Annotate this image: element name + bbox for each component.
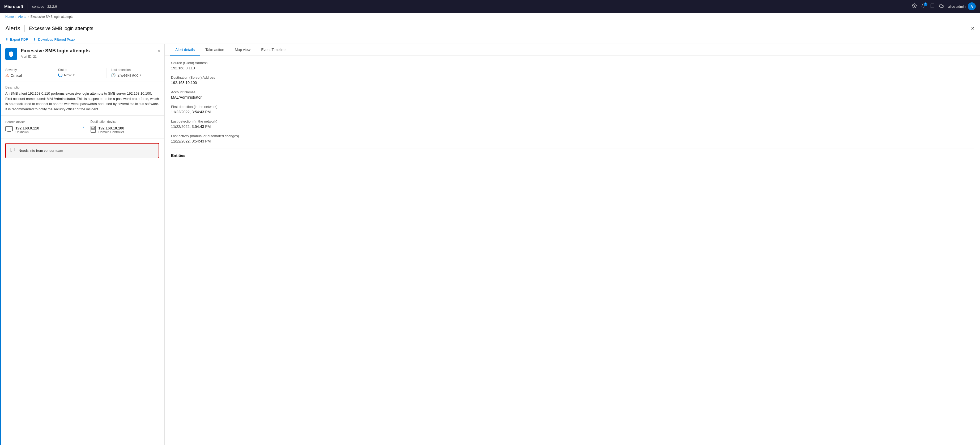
notification-badge: 0 [924, 2, 928, 6]
arrow-icon: → [74, 124, 91, 131]
first-detection-row: First detection (in the network) 11/22/2… [171, 105, 974, 114]
destination-server-row: Destination (Server) Address 192.168.10.… [171, 75, 974, 85]
download-icon: ⬇ [5, 37, 8, 41]
status-spinner-icon [58, 73, 62, 77]
info-icon: ℹ [140, 73, 141, 77]
first-detection-value: 11/22/2022, 3:54:43 PM [171, 110, 974, 114]
details-separator [171, 148, 974, 149]
devices-section: Source device 192.168.0.110 Unknown [0, 116, 164, 139]
tab-map-view[interactable]: Map view [229, 44, 256, 56]
tabs: Alert details Take action Map view Event… [165, 44, 980, 56]
cloud-icon[interactable] [939, 3, 944, 10]
status-text: New [64, 73, 72, 77]
status-item: Status New ▾ [54, 68, 107, 78]
notifications-icon[interactable]: 0 [921, 3, 926, 10]
main-content: ! Excessive SMB login attempts Alert ID:… [0, 44, 980, 445]
severity-item: Severity ⚠ Critical [5, 68, 54, 78]
tab-alert-details[interactable]: Alert details [170, 44, 200, 56]
topbar-icons: 0 alice-admin A [912, 2, 976, 10]
alert-header: ! Excessive SMB login attempts Alert ID:… [0, 44, 164, 64]
computer-icon [5, 126, 13, 134]
download-pcap-icon: ⬇ [33, 37, 37, 41]
export-pdf-label: Export PDF [10, 37, 28, 41]
breadcrumb-current: Excessive SMB login attempts [30, 15, 73, 19]
first-detection-label: First detection (in the network) [171, 105, 974, 109]
close-button[interactable]: ✕ [971, 26, 975, 31]
page-header: Alerts Excessive SMB login attempts ✕ [0, 21, 980, 35]
last-activity-label: Last activity (manual or automated chang… [171, 134, 974, 138]
last-detection-net-label: Last detection (in the network) [171, 120, 974, 123]
alert-details-content: Source (Client) Address 192.168.0.110 De… [165, 56, 980, 163]
svg-text:!: ! [11, 53, 12, 56]
destination-device-block: Destination device 192.168.10.100 [91, 120, 159, 134]
source-device-block: Source device 192.168.0.110 Unknown [5, 120, 74, 134]
source-client-label: Source (Client) Address [171, 61, 974, 65]
severity-text: Critical [11, 73, 22, 78]
account-names-row: Account Names MAL/Administrator [171, 90, 974, 99]
last-activity-value: 11/22/2022, 3:54:43 PM [171, 139, 974, 143]
alert-title: Excessive SMB login attempts [21, 48, 90, 54]
shield-icon: ! [8, 51, 14, 57]
topbar: Microsoft contoso - 22.2.6 0 [0, 0, 980, 13]
destination-server-value: 192.168.10.100 [171, 81, 974, 85]
alert-id: Alert ID: 21 [21, 55, 90, 59]
last-detection-label: Last detection [111, 68, 155, 72]
brand-logo: Microsoft [4, 4, 23, 9]
status-dropdown-arrow[interactable]: ▾ [73, 73, 75, 77]
source-device-label: Source device [5, 120, 74, 124]
left-panel: ! Excessive SMB login attempts Alert ID:… [0, 44, 165, 445]
destination-device-label: Destination device [91, 120, 159, 124]
export-pdf-button[interactable]: ⬇ Export PDF [5, 37, 28, 41]
destination-server-label: Destination (Server) Address [171, 75, 974, 80]
severity-label: Severity [5, 68, 49, 72]
svg-point-0 [913, 5, 915, 6]
download-pcap-button[interactable]: ⬇ Download Filtered Pcap [33, 37, 75, 41]
svg-point-8 [94, 127, 95, 128]
username-label: alice-admin [948, 5, 966, 8]
breadcrumb-home[interactable]: Home [5, 15, 14, 19]
page-subtitle: Excessive SMB login attempts [29, 26, 93, 31]
destination-device-details: 192.168.10.100 Domain Controller [99, 126, 124, 134]
breadcrumb: Home › Alerts › Excessive SMB login atte… [0, 13, 980, 21]
settings-icon[interactable] [912, 3, 917, 10]
description-text: An SMB client 192.168.0.110 performs exc… [5, 91, 159, 112]
breadcrumb-alerts[interactable]: Alerts [18, 15, 26, 19]
entities-label: Entities [171, 153, 974, 158]
alert-description: Description An SMB client 192.168.0.110 … [0, 82, 164, 116]
last-detection-value: 🕐 2 weeks ago ℹ [111, 73, 155, 78]
account-names-label: Account Names [171, 90, 974, 94]
source-ip: 192.168.0.110 [15, 126, 39, 130]
avatar: A [968, 2, 976, 10]
severity-warning-icon: ⚠ [5, 73, 9, 78]
svg-point-9 [94, 129, 95, 129]
chat-icon [10, 147, 15, 154]
server-icon [91, 126, 96, 134]
vendor-box-text: Needs info from vendor team [19, 148, 63, 153]
svg-rect-5 [91, 126, 95, 132]
source-device-details: 192.168.0.110 Unknown [15, 126, 39, 134]
collapse-button[interactable]: « [158, 48, 160, 53]
destination-name: Domain Controller [99, 130, 124, 134]
alert-shield: ! [5, 48, 17, 60]
tab-event-timeline[interactable]: Event Timeline [256, 44, 291, 56]
source-name: Unknown [15, 130, 39, 134]
account-names-value: MAL/Administrator [171, 95, 974, 99]
book-icon[interactable] [930, 3, 935, 10]
tab-take-action[interactable]: Take action [200, 44, 229, 56]
severity-value: ⚠ Critical [5, 73, 49, 78]
vendor-info-box[interactable]: Needs info from vendor team [5, 143, 159, 158]
alert-title-block: Excessive SMB login attempts Alert ID: 2… [21, 48, 90, 59]
destination-ip: 192.168.10.100 [99, 126, 124, 130]
svg-rect-2 [6, 126, 13, 131]
alert-meta: Severity ⚠ Critical Status New ▾ Last de… [0, 64, 164, 82]
source-client-row: Source (Client) Address 192.168.0.110 [171, 61, 974, 70]
last-detection-item: Last detection 🕐 2 weeks ago ℹ [107, 68, 159, 78]
description-label: Description [5, 86, 159, 89]
user-menu[interactable]: alice-admin A [948, 2, 976, 10]
header-divider [24, 25, 25, 32]
clock-icon: 🕐 [111, 73, 116, 78]
accent-bar [0, 44, 1, 445]
status-label: Status [58, 68, 102, 72]
right-panel: Alert details Take action Map view Event… [165, 44, 980, 445]
last-detection-text: 2 weeks ago [118, 73, 138, 77]
